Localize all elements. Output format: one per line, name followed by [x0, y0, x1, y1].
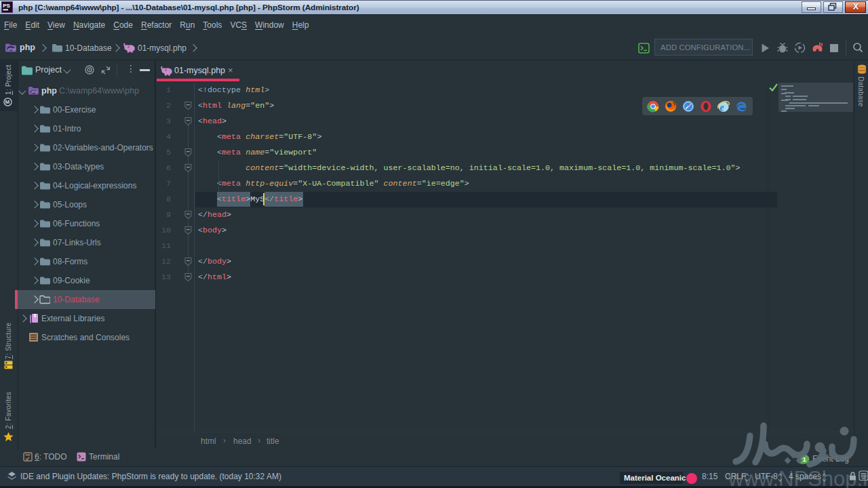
- svg-text:php: php: [8, 47, 16, 51]
- svg-text:M: M: [5, 99, 10, 105]
- svg-text:PS: PS: [3, 3, 10, 9]
- svg-text:php: php: [31, 90, 37, 94]
